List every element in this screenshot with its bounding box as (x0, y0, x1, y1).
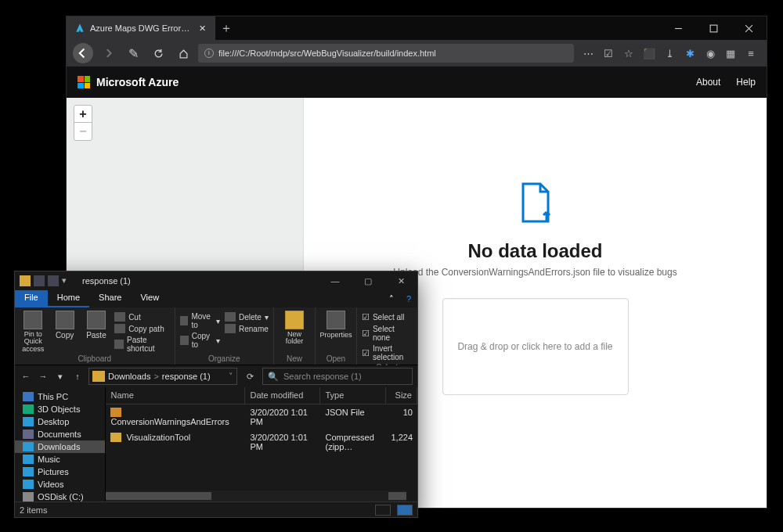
select-all-button[interactable]: Select all (362, 312, 413, 322)
reader-icon[interactable]: ☑ (602, 48, 615, 59)
tab-home[interactable]: Home (48, 290, 89, 307)
move-to-button[interactable]: Move to ▾ (180, 312, 220, 329)
ribbon-group-clipboard: Pin to Quick access Copy Paste Cut Copy … (15, 307, 175, 365)
status-item-count: 2 items (20, 505, 47, 515)
crumb-1[interactable]: response (1) (162, 372, 211, 381)
view-details-button[interactable] (375, 505, 391, 516)
file-row[interactable]: VisualizationTool 3/20/2020 1:01 PM Comp… (106, 430, 417, 455)
menu-icon[interactable]: ≡ (745, 48, 757, 59)
ribbon-group-organize: Move to ▾ Copy to ▾ Delete ▾ Rename Orga… (175, 307, 274, 365)
tree-pictures[interactable]: Pictures (15, 466, 105, 478)
quick-access-icons: ▾ (15, 275, 78, 286)
about-link[interactable]: About (696, 77, 720, 88)
col-name[interactable]: Name (106, 387, 245, 404)
nav-home[interactable] (173, 43, 193, 63)
more-icon[interactable]: ⋯ (582, 48, 594, 59)
qat-icon-2[interactable] (48, 275, 59, 286)
explorer-window-controls: — ▢ ✕ (319, 271, 417, 290)
nav-tree[interactable]: This PC 3D Objects Desktop Documents Dow… (15, 387, 106, 501)
copy-to-button[interactable]: Copy to ▾ (180, 332, 220, 349)
breadcrumb[interactable]: Downloads > response (1) ˅ (88, 368, 237, 385)
explorer-refresh[interactable]: ⟳ (242, 372, 258, 382)
col-size[interactable]: Size (386, 387, 417, 404)
devtools-icon[interactable]: ✎ (123, 43, 143, 63)
tab-title: Azure Maps DWG Errors Visual… (90, 23, 192, 33)
help-link[interactable]: Help (736, 77, 756, 88)
new-folder-button[interactable]: New folder (279, 311, 310, 353)
paste-shortcut-button[interactable]: Paste shortcut (114, 336, 169, 353)
tree-documents[interactable]: Documents (15, 428, 105, 440)
delete-button[interactable]: Delete ▾ (225, 312, 269, 322)
nav-forward[interactable] (98, 43, 118, 63)
tree-music[interactable]: Music (15, 453, 105, 466)
zoom-in-button[interactable]: + (74, 106, 92, 123)
library-icon[interactable]: ⬛ (643, 48, 655, 59)
window-close[interactable] (731, 16, 767, 40)
explorer-forward[interactable]: → (37, 370, 49, 383)
explorer-search-input[interactable]: 🔍 Search response (1) (262, 368, 413, 385)
tree-this-pc[interactable]: This PC (15, 390, 105, 403)
window-maximize[interactable] (696, 16, 731, 40)
account-icon[interactable]: ◉ (704, 48, 716, 59)
ribbon-collapse-icon[interactable]: ˄ (383, 290, 400, 307)
explorer-help-icon[interactable]: ? (400, 290, 417, 307)
invert-selection-button[interactable]: Invert selection (362, 344, 413, 361)
tree-osdisk[interactable]: OSDisk (C:) (15, 491, 105, 501)
crumb-0[interactable]: Downloads (108, 372, 150, 381)
nav-back[interactable] (73, 43, 93, 63)
tab-share[interactable]: Share (89, 290, 131, 307)
zoom-out-button[interactable]: − (74, 123, 92, 140)
tree-3d-objects[interactable]: 3D Objects (15, 403, 105, 415)
qat-dropdown-icon[interactable]: ▾ (62, 275, 73, 286)
file-row[interactable]: ConversionWarningsAndErrors 3/20/2020 1:… (106, 404, 417, 430)
explorer-back[interactable]: ← (20, 370, 32, 383)
new-tab-button[interactable]: ＋ (215, 16, 237, 40)
explorer-minimize[interactable]: — (319, 271, 352, 290)
nav-reload[interactable] (148, 43, 168, 63)
explorer-maximize[interactable]: ▢ (352, 271, 384, 290)
site-info-icon[interactable]: i (204, 49, 214, 58)
cut-button[interactable]: Cut (114, 312, 169, 322)
qat-icon-1[interactable] (34, 275, 45, 286)
zoom-control: + − (74, 105, 92, 141)
tab-view[interactable]: View (131, 290, 168, 307)
file-dropzone[interactable]: Drag & drop or click here to add a file (442, 298, 629, 395)
dropzone-label: Drag & drop or click here to add a file (457, 341, 612, 352)
azure-header: Microsoft Azure About Help (67, 66, 767, 98)
browser-tab[interactable]: Azure Maps DWG Errors Visual… ✕ (67, 16, 215, 40)
tree-downloads[interactable]: Downloads (15, 440, 105, 453)
azure-brand[interactable]: Microsoft Azure (78, 76, 179, 88)
explorer-up[interactable]: ↑ (71, 370, 84, 383)
paste-button[interactable]: Paste (83, 311, 110, 353)
browser-titlebar[interactable]: Azure Maps DWG Errors Visual… ✕ ＋ (67, 16, 767, 40)
no-data-heading: No data loaded (467, 240, 602, 262)
explorer-statusbar: 2 items (15, 501, 417, 517)
explorer-titlebar[interactable]: ▾ response (1) — ▢ ✕ (15, 271, 417, 290)
crumb-dropdown-icon[interactable]: ˅ (229, 372, 233, 382)
explorer-close[interactable]: ✕ (384, 271, 417, 290)
url-input[interactable]: i file:///C:/Root/mdp/src/WebBugVisualiz… (198, 44, 574, 63)
window-minimize[interactable] (661, 16, 696, 40)
view-icons-button[interactable] (397, 505, 413, 516)
tree-videos[interactable]: Videos (15, 478, 105, 491)
col-type[interactable]: Type (320, 387, 386, 404)
tab-close-icon[interactable]: ✕ (197, 23, 207, 34)
properties-button[interactable]: Properties (320, 311, 352, 353)
tab-file[interactable]: File (15, 290, 48, 307)
url-text: file:///C:/Root/mdp/src/WebBugVisualizer… (218, 49, 436, 58)
grid-icon[interactable]: ▦ (724, 48, 737, 59)
explorer-recent-dropdown[interactable]: ▾ (54, 370, 67, 383)
copy-path-button[interactable]: Copy path (114, 324, 169, 333)
select-none-button[interactable]: Select none (362, 325, 413, 342)
file-list[interactable]: Name Date modified Type Size ConversionW… (106, 387, 417, 501)
copy-button[interactable]: Copy (51, 311, 78, 353)
col-date[interactable]: Date modified (245, 387, 320, 404)
file-list-header[interactable]: Name Date modified Type Size (106, 387, 417, 404)
bookmark-icon[interactable]: ☆ (622, 48, 635, 59)
downloads-icon[interactable]: ⤓ (663, 48, 676, 59)
horizontal-scrollbar[interactable] (106, 491, 406, 501)
tree-desktop[interactable]: Desktop (15, 415, 105, 428)
extension1-icon[interactable]: ✱ (684, 48, 696, 59)
pin-quick-access-button[interactable]: Pin to Quick access (20, 311, 46, 353)
rename-button[interactable]: Rename (225, 324, 269, 333)
